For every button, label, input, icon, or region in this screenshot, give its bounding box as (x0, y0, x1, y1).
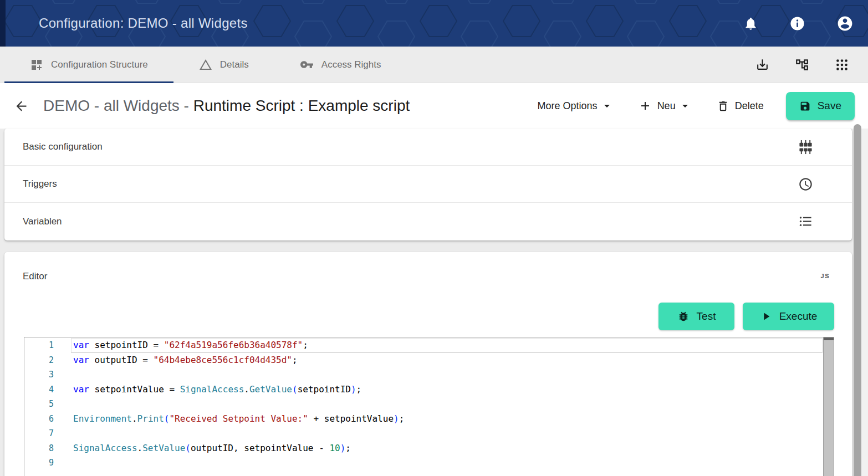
test-button[interactable]: Test (658, 303, 734, 330)
more-options-button[interactable]: More Options (538, 100, 610, 112)
page-title-main: Runtime Script : Example script (193, 97, 410, 114)
execute-button[interactable]: Execute (743, 303, 834, 330)
list-icon (798, 214, 813, 229)
page-title: DEMO - all Widgets - Runtime Script : Ex… (43, 97, 410, 115)
line-number: 7 (24, 426, 54, 441)
trash-icon (717, 100, 729, 112)
page-toolbar: DEMO - all Widgets - Runtime Script : Ex… (0, 83, 868, 129)
delete-button[interactable]: Delete (717, 100, 764, 112)
code-line-8[interactable]: SignalAccess.SetValue(outputID, setpoint… (54, 441, 834, 456)
line-number: 1 (24, 338, 54, 353)
section-basic-configuration[interactable]: Basic configuration (4, 129, 852, 166)
sliders-icon (798, 140, 813, 155)
editor-section-label: Editor (23, 271, 47, 282)
tab-label: Configuration Structure (51, 59, 148, 70)
section-label: Variablen (23, 216, 62, 227)
bug-icon (677, 310, 690, 323)
app-title: Configuration: DEMO - all Widgets (39, 0, 248, 47)
editor-scrollbar[interactable] (823, 337, 834, 476)
section-triggers[interactable]: Triggers (4, 166, 852, 203)
section-label: Basic configuration (23, 141, 103, 152)
editor-card: Editor JS Test Execute 123456789 var set… (4, 252, 852, 476)
code-line-5[interactable] (54, 397, 834, 412)
line-number: 9 (24, 455, 54, 470)
warning-triangle-icon (199, 58, 212, 71)
tab-details[interactable]: Details (173, 47, 274, 83)
sections-card: Basic configuration Triggers Variablen (4, 129, 852, 240)
download-icon[interactable] (755, 58, 769, 71)
overview-ruler-marker (824, 337, 834, 340)
line-number: 3 (24, 367, 54, 382)
code-line-2[interactable]: var outputID = "64b4ebe8ce556c1cf04d435d… (54, 353, 834, 368)
tab-bar: Configuration Structure Details Access R… (0, 47, 868, 83)
code-line-7[interactable] (54, 426, 834, 441)
line-number: 5 (24, 397, 54, 412)
save-label: Save (818, 100, 841, 112)
header-accent-strip (0, 0, 6, 47)
neu-button[interactable]: Neu (639, 99, 688, 112)
code-line-3[interactable] (54, 367, 834, 382)
more-options-label: More Options (538, 100, 598, 112)
code-line-1[interactable]: var setpointID = "62f4a519a56fe6b36a4057… (54, 338, 834, 353)
code-editor[interactable]: 123456789 var setpointID = "62f4a519a56f… (24, 337, 834, 476)
editor-gutter: 123456789 (24, 337, 54, 476)
account-icon[interactable] (836, 15, 854, 32)
clock-icon (798, 177, 813, 192)
page-title-prefix: DEMO - all Widgets - (43, 97, 193, 114)
dashboard-customize-icon (30, 58, 43, 71)
chevron-down-icon (604, 105, 610, 108)
neu-label: Neu (657, 100, 676, 112)
app-header: Configuration: DEMO - all Widgets (0, 0, 868, 47)
line-number: 2 (24, 353, 54, 368)
tree-icon[interactable] (795, 58, 809, 72)
bell-icon[interactable] (743, 16, 758, 31)
tab-configuration-structure[interactable]: Configuration Structure (4, 47, 173, 83)
code-line-6[interactable]: Environment.Print("Received Setpoint Val… (54, 412, 834, 427)
plus-icon (639, 99, 652, 112)
line-number: 4 (24, 382, 54, 397)
play-icon (760, 310, 772, 323)
js-language-badge: JS (821, 271, 830, 279)
page-scrollbar-thumb[interactable] (854, 124, 861, 476)
info-icon[interactable] (789, 16, 805, 32)
execute-label: Execute (779, 310, 818, 323)
back-arrow-icon[interactable] (14, 99, 29, 114)
section-label: Triggers (23, 178, 57, 190)
code-line-4[interactable]: var setpointValue = SignalAccess.GetValu… (54, 382, 834, 397)
line-number: 6 (24, 412, 54, 427)
section-variablen[interactable]: Variablen (4, 203, 852, 240)
save-button[interactable]: Save (786, 92, 855, 120)
test-label: Test (697, 310, 716, 323)
apps-grid-icon[interactable] (835, 58, 849, 72)
key-icon (300, 58, 314, 71)
delete-label: Delete (735, 100, 764, 112)
tab-label: Access Rights (321, 59, 381, 70)
code-line-9[interactable] (54, 455, 834, 470)
editor-code-lines[interactable]: var setpointID = "62f4a519a56fe6b36a4057… (54, 337, 834, 476)
line-number: 8 (24, 441, 54, 456)
chevron-down-icon (682, 105, 688, 108)
floppy-icon (799, 100, 811, 112)
tab-access-rights[interactable]: Access Rights (274, 47, 407, 83)
tab-label: Details (220, 59, 249, 70)
